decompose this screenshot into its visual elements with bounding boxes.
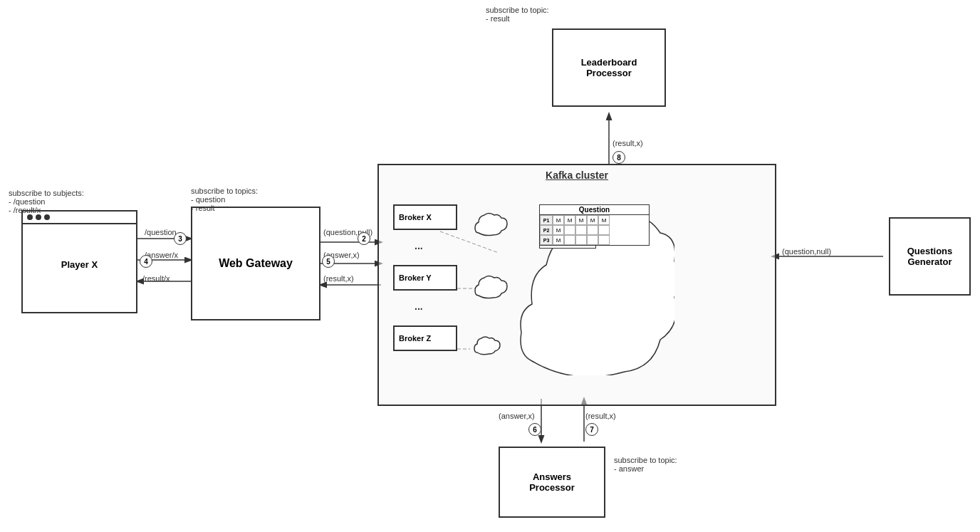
player-content: Player X	[23, 224, 136, 305]
wg-subscribe-item1: - question	[191, 195, 258, 204]
cloud-z	[471, 333, 504, 358]
kafka-cluster-box: Kafka cluster Broker X ... Broker Y ... …	[377, 164, 776, 406]
answers-processor-box: Answers Processor	[499, 447, 605, 518]
questions-generator-label: Questions Generator	[907, 246, 953, 267]
question-table: Question P1 M M M M M P2 M	[539, 204, 650, 246]
circle-6: 6	[528, 423, 541, 436]
leaderboard-subscribe-item: - result	[486, 14, 549, 23]
answers-subscribe-text: subscribe to topic:	[614, 456, 677, 464]
qcell-p3: P3	[540, 235, 553, 245]
leaderboard-processor-box: Leaderboard Processor	[552, 28, 666, 107]
kafka-label-text: Kafka cluster	[546, 169, 608, 181]
broker-dots2: ...	[415, 301, 423, 312]
player-box: Player X	[21, 210, 137, 313]
arrow8-label: (result,x)	[612, 139, 643, 147]
diagram: Leaderboard Processor subscribe to topic…	[0, 0, 980, 532]
qcell-m1: M	[553, 215, 564, 225]
leaderboard-label: Leaderboard Processor	[581, 57, 637, 78]
arrow7-label: (result,x)	[585, 412, 616, 420]
topic-cloud: Question P1 M M M M M P2 M	[518, 190, 674, 375]
wg-subscribe-text: subscribe to topics:	[191, 187, 258, 195]
qcell-m4: M	[587, 215, 598, 225]
player-subscribe-text: subscribe to subjects:	[9, 189, 84, 197]
qcell-m2: M	[564, 215, 575, 225]
dot3	[44, 214, 50, 220]
question-topic-area: Question P1 M M M M M P2 M	[539, 204, 650, 249]
result-x-label: /result/x	[142, 274, 170, 283]
broker-x-box: Broker X	[393, 204, 457, 230]
questions-generator-box: Questions Generator	[889, 217, 971, 296]
answers-subscribe-label: subscribe to topic: - answer	[614, 456, 677, 473]
broker-x-label: Broker X	[399, 213, 432, 221]
web-gateway-label: Web Gateway	[219, 257, 293, 270]
answers-subscribe-item: - answer	[614, 464, 677, 473]
qcell-empty8	[598, 235, 610, 245]
qcell-p1: P1	[540, 215, 553, 225]
qcell-m3: M	[575, 215, 587, 225]
leaderboard-subscribe-text: subscribe to topic:	[486, 6, 549, 14]
broker-dots1: ...	[415, 240, 423, 251]
circle-7: 7	[585, 423, 598, 436]
circle-8: 8	[612, 151, 625, 164]
player-subscribe-label: subscribe to subjects: - /question - /re…	[9, 189, 84, 214]
qcell-p2: P2	[540, 225, 553, 235]
broker-y-box: Broker Y	[393, 265, 457, 291]
qcell-m5: M	[598, 215, 610, 225]
qcell-empty6	[575, 235, 587, 245]
qcell-empty2	[575, 225, 587, 235]
dot1	[27, 214, 33, 220]
player-label: Player X	[61, 259, 98, 270]
qcell-empty3	[587, 225, 598, 235]
question-title: Question	[540, 205, 649, 215]
circle-3: 3	[174, 232, 187, 245]
arrow1-label: (question,null)	[782, 247, 831, 256]
web-gateway-box: Web Gateway	[191, 207, 320, 320]
qcell-empty5	[564, 235, 575, 245]
broker-z-label: Broker Z	[399, 334, 431, 343]
arrow3-label: /question	[145, 228, 177, 236]
wg-subscribe-item2: - result	[191, 204, 258, 212]
qcell-empty1	[564, 225, 575, 235]
web-gateway-subscribe-label: subscribe to topics: - question - result	[191, 187, 258, 212]
qcell-m7: M	[553, 235, 564, 245]
kafka-cluster-label: Kafka cluster	[546, 169, 608, 181]
cloud-x	[471, 208, 511, 240]
broker-y-label: Broker Y	[399, 273, 432, 282]
leaderboard-subscribe-label: subscribe to topic: - result	[486, 6, 549, 23]
player-subscribe-item1: - /question	[9, 197, 84, 206]
circle-5: 5	[322, 255, 335, 268]
circle-4: 4	[140, 255, 152, 268]
dot2	[36, 214, 41, 220]
question-grid: P1 M M M M M P2 M P3	[540, 215, 649, 245]
answers-processor-label: Answers Processor	[529, 471, 575, 493]
result-x-wg-label: (result,x)	[323, 274, 354, 283]
circle-2: 2	[358, 232, 370, 245]
qcell-m6: M	[553, 225, 564, 235]
player-subscribe-item2: - /result/x	[9, 206, 84, 214]
arrow6-label: (answer,x)	[499, 412, 535, 420]
qcell-empty4	[598, 225, 610, 235]
broker-z-box: Broker Z	[393, 325, 457, 351]
cloud-y	[471, 271, 511, 303]
qcell-empty7	[587, 235, 598, 245]
